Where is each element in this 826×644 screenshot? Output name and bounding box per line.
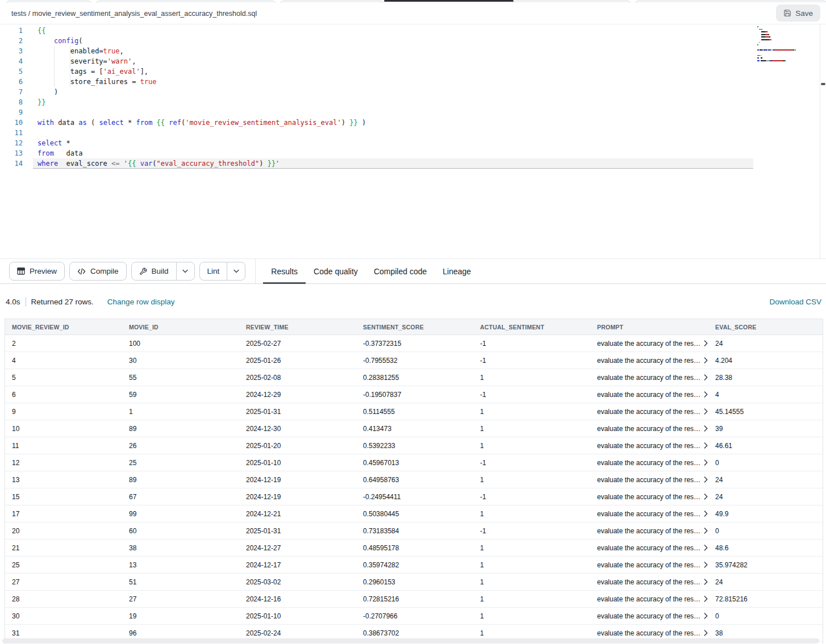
prompt-cell[interactable]: evaluate the accuracy of the res… (590, 578, 708, 586)
prompt-cell[interactable]: evaluate the accuracy of the res… (590, 476, 708, 484)
table-cell: 19 (122, 612, 239, 620)
expand-cell-chevron-icon[interactable] (704, 562, 708, 568)
expand-cell-chevron-icon[interactable] (704, 374, 708, 380)
expand-cell-chevron-icon[interactable] (704, 528, 708, 534)
prompt-cell[interactable]: evaluate the accuracy of the res… (590, 374, 708, 382)
expand-cell-chevron-icon[interactable] (704, 511, 708, 517)
expand-cell-chevron-icon[interactable] (704, 545, 708, 551)
table-cell: 25 (122, 459, 239, 467)
prompt-cell[interactable]: evaluate the accuracy of the res… (590, 561, 708, 569)
line-number: 12 (0, 138, 23, 148)
line-number: 7 (0, 87, 23, 97)
table-cell: 0.72815216 (356, 595, 473, 603)
prompt-cell[interactable]: evaluate the accuracy of the res… (590, 459, 708, 467)
tab-code-quality[interactable]: Code quality (306, 259, 366, 283)
minimap[interactable] (757, 26, 810, 62)
expand-cell-chevron-icon[interactable] (704, 596, 708, 602)
code-line[interactable]: 11 (0, 128, 826, 138)
save-button[interactable]: Save (776, 5, 820, 22)
action-buttons: PreviewCompileBuildLint (0, 262, 245, 281)
prompt-cell[interactable]: evaluate the accuracy of the res… (590, 629, 708, 637)
prompt-cell[interactable]: evaluate the accuracy of the res… (590, 544, 708, 552)
table-cell: 1 (473, 595, 590, 603)
download-csv-link[interactable]: Download CSV (769, 298, 821, 306)
preview-button[interactable]: Preview (9, 262, 65, 281)
code-line[interactable]: 7 ) (0, 87, 826, 97)
code-text: enabled=true, (37, 46, 124, 56)
code-line[interactable]: 4 severity='warn', (0, 56, 826, 66)
table-cell: 2025-01-10 (239, 459, 356, 467)
code-line[interactable]: 8}} (0, 97, 826, 107)
table-row: 6592024-12-29-0.19507837-1evaluate the a… (5, 386, 823, 403)
code-line[interactable]: 10with data as ( select * from {{ ref('m… (0, 118, 826, 128)
table-cell: 0 (708, 527, 823, 535)
expand-cell-chevron-icon[interactable] (704, 630, 708, 636)
horizontal-scrollbar-thumb[interactable] (2, 638, 819, 643)
tab-compiled-code[interactable]: Compiled code (366, 259, 435, 283)
prompt-cell[interactable]: evaluate the accuracy of the res… (590, 527, 708, 535)
prompt-preview-text: evaluate the accuracy of the res… (597, 374, 700, 382)
code-line[interactable]: 9 (0, 107, 826, 118)
vertical-scrollbar-thumb[interactable] (821, 83, 825, 85)
lint-button[interactable]: Lint (199, 262, 246, 281)
table-cell: 0.35974282 (356, 561, 473, 569)
expand-cell-chevron-icon[interactable] (704, 425, 708, 432)
expand-cell-chevron-icon[interactable] (704, 357, 708, 363)
code-line[interactable]: 12select * (0, 138, 826, 148)
tab-lineage[interactable]: Lineage (435, 259, 479, 283)
preview-button-main[interactable]: Preview (10, 262, 64, 280)
table-cell: 1 (473, 629, 590, 637)
column-header-movie-review-id: MOVIE_REVIEW_ID (5, 324, 122, 331)
code-line[interactable]: 2 config( (0, 36, 826, 46)
prompt-cell[interactable]: evaluate the accuracy of the res… (590, 340, 708, 348)
prompt-cell[interactable]: evaluate the accuracy of the res… (590, 612, 708, 620)
prompt-preview-text: evaluate the accuracy of the res… (597, 357, 700, 365)
table-row: 21002025-02-27-0.37372315-1evaluate the … (5, 335, 823, 352)
code-line[interactable]: 5 tags = ['ai_eval'], (0, 66, 826, 77)
chevron-down-icon (182, 269, 188, 273)
table-cell: 38 (708, 629, 823, 637)
table-cell: 2024-12-17 (239, 561, 356, 569)
prompt-cell[interactable]: evaluate the accuracy of the res… (590, 425, 708, 433)
expand-cell-chevron-icon[interactable] (704, 494, 708, 500)
code-editor[interactable]: 1{{2 config(3 enabled=true,4 severity='w… (0, 24, 826, 258)
table-cell: 1 (122, 408, 239, 416)
tab-results[interactable]: Results (263, 259, 306, 283)
code-text: with data as ( select * from {{ ref('mov… (37, 118, 366, 128)
breadcrumb[interactable]: tests / movie_review_sentiment_analysis_… (0, 10, 257, 18)
prompt-cell[interactable]: evaluate the accuracy of the res… (590, 357, 708, 365)
prompt-cell[interactable]: evaluate the accuracy of the res… (590, 510, 708, 518)
expand-cell-chevron-icon[interactable] (704, 459, 708, 466)
expand-cell-chevron-icon[interactable] (704, 408, 708, 415)
compile-button[interactable]: Compile (69, 262, 127, 281)
code-line[interactable]: 3 enabled=true, (0, 46, 826, 56)
code-line[interactable]: 13from data (0, 148, 826, 158)
build-dropdown-toggle[interactable] (176, 262, 194, 280)
expand-cell-chevron-icon[interactable] (704, 391, 708, 398)
prompt-cell[interactable]: evaluate the accuracy of the res… (590, 493, 708, 501)
expand-cell-chevron-icon[interactable] (704, 613, 708, 619)
change-row-display-link[interactable]: Change row display (107, 298, 175, 306)
build-button[interactable]: Build (131, 262, 195, 281)
expand-cell-chevron-icon[interactable] (704, 442, 708, 449)
prompt-cell[interactable]: evaluate the accuracy of the res… (590, 442, 708, 450)
expand-cell-chevron-icon[interactable] (704, 340, 708, 346)
compile-button-main[interactable]: Compile (70, 262, 126, 280)
prompt-cell[interactable]: evaluate the accuracy of the res… (590, 391, 708, 399)
code-line[interactable]: 14where eval_score <= '{{ var("eval_accu… (0, 158, 826, 169)
build-button-main[interactable]: Build (132, 262, 176, 280)
prompt-cell[interactable]: evaluate the accuracy of the res… (590, 595, 708, 603)
table-cell: 0.413473 (356, 425, 473, 433)
code-line[interactable]: 6 store_failures = true (0, 77, 826, 87)
prompt-preview-text: evaluate the accuracy of the res… (597, 510, 700, 518)
expand-cell-chevron-icon[interactable] (704, 476, 708, 483)
build-button-label: Build (152, 267, 169, 275)
table-row: 11262025-01-200.53922331evaluate the acc… (5, 437, 823, 454)
lint-button-main[interactable]: Lint (200, 262, 227, 280)
table-cell: 0 (708, 459, 823, 467)
prompt-cell[interactable]: evaluate the accuracy of the res… (590, 408, 708, 416)
lint-dropdown-toggle[interactable] (227, 262, 245, 280)
code-text: config( (37, 36, 83, 46)
code-line[interactable]: 1{{ (0, 26, 826, 36)
expand-cell-chevron-icon[interactable] (704, 579, 708, 585)
